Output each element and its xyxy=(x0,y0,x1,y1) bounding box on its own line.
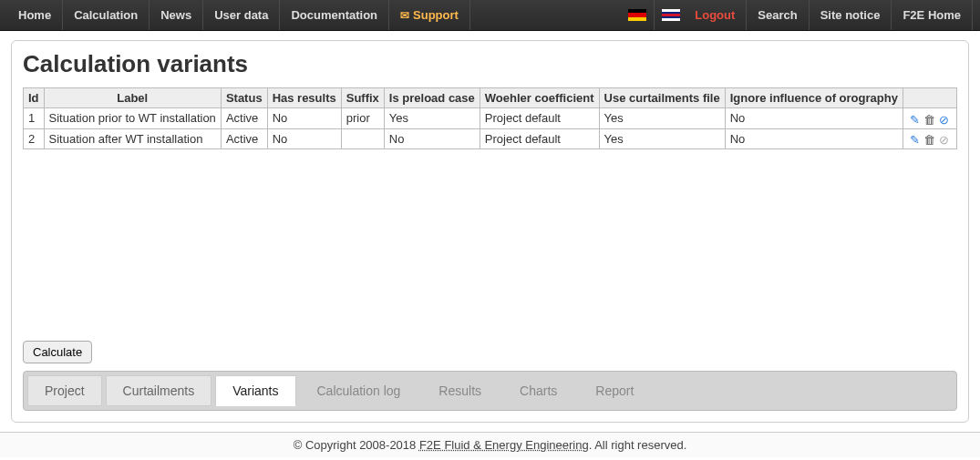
cell-label: Situation prior to WT installation xyxy=(44,108,221,129)
tab-project[interactable]: Project xyxy=(27,375,102,406)
cell-woehler: Project default xyxy=(480,128,599,149)
cell-id: 2 xyxy=(24,128,45,149)
cell-has_results: No xyxy=(267,128,341,149)
block-icon[interactable]: ⊘ xyxy=(938,133,951,146)
col-1: Label xyxy=(44,88,221,108)
cell-suffix: prior xyxy=(341,108,384,129)
cell-is_preload: Yes xyxy=(384,108,480,129)
edit-icon[interactable]: ✎ xyxy=(909,113,922,126)
row-actions: ✎🗑⊘ xyxy=(903,128,956,149)
trash-icon[interactable]: 🗑 xyxy=(923,113,936,126)
mail-icon: ✉ xyxy=(400,9,409,22)
nav-support-label: Support xyxy=(413,8,459,22)
tab-results[interactable]: Results xyxy=(421,375,499,406)
col-2: Status xyxy=(221,88,267,108)
row-actions: ✎🗑⊘ xyxy=(903,108,956,129)
col-6: Woehler coefficient xyxy=(480,88,599,108)
footer-prefix: © Copyright 2008-2018 xyxy=(294,438,419,452)
main-panel: Calculation variants IdLabelStatusHas re… xyxy=(11,40,969,423)
tab-variants[interactable]: Variants xyxy=(215,375,295,406)
flag-de-icon[interactable] xyxy=(628,9,646,21)
nav-calculation[interactable]: Calculation xyxy=(63,0,150,30)
col-5: Is preload case xyxy=(384,88,480,108)
col-9 xyxy=(903,88,956,108)
cell-has_results: No xyxy=(267,108,341,129)
cell-status: Active xyxy=(221,108,267,129)
nav-search[interactable]: Search xyxy=(747,0,809,30)
calculate-button[interactable]: Calculate xyxy=(23,341,92,363)
edit-icon[interactable]: ✎ xyxy=(909,133,922,146)
nav-spacer xyxy=(470,0,624,30)
nav-documentation[interactable]: Documentation xyxy=(280,0,389,30)
cell-suffix xyxy=(341,128,384,149)
nav-support[interactable]: ✉Support xyxy=(389,0,470,30)
cell-woehler: Project default xyxy=(480,108,599,129)
cell-curt: Yes xyxy=(599,108,725,129)
table-row: 1Situation prior to WT installationActiv… xyxy=(24,108,957,129)
nav-logout[interactable]: Logout xyxy=(684,0,747,30)
col-3: Has results xyxy=(267,88,341,108)
nav-f2ehome[interactable]: F2E Home xyxy=(892,0,973,30)
flag-en-icon[interactable] xyxy=(662,9,680,21)
cell-id: 1 xyxy=(24,108,45,129)
block-icon[interactable]: ⊘ xyxy=(938,113,951,126)
tabs-bar: ProjectCurtailmentsVariantsCalculation l… xyxy=(23,371,957,411)
trash-icon[interactable]: 🗑 xyxy=(923,133,936,146)
cell-status: Active xyxy=(221,128,267,149)
col-0: Id xyxy=(24,88,45,108)
footer-suffix: . All right reserved. xyxy=(589,438,687,452)
tab-charts[interactable]: Charts xyxy=(502,375,574,406)
tab-curtailments[interactable]: Curtailments xyxy=(106,375,212,406)
nav-sitenotice[interactable]: Site notice xyxy=(810,0,892,30)
nav-news[interactable]: News xyxy=(150,0,203,30)
variants-table: IdLabelStatusHas resultsSuffixIs preload… xyxy=(23,87,957,149)
col-4: Suffix xyxy=(341,88,384,108)
cell-curt: Yes xyxy=(599,128,725,149)
col-8: Ignore influence of orography xyxy=(725,88,903,108)
cell-orography: No xyxy=(725,108,903,129)
nav-userdata[interactable]: User data xyxy=(203,0,280,30)
table-row: 2Situation after WT installationActiveNo… xyxy=(24,128,957,149)
tab-calculation-log[interactable]: Calculation log xyxy=(300,375,418,406)
col-7: Use curtailments file xyxy=(599,88,725,108)
top-nav: Home Calculation News User data Document… xyxy=(0,0,980,31)
footer-company[interactable]: F2E Fluid & Energy Engineering xyxy=(419,438,589,452)
page-title: Calculation variants xyxy=(23,50,957,78)
tab-report[interactable]: Report xyxy=(578,375,651,406)
cell-orography: No xyxy=(725,128,903,149)
nav-home[interactable]: Home xyxy=(7,0,63,30)
cell-label: Situation after WT installation xyxy=(44,128,221,149)
footer: © Copyright 2008-2018 F2E Fluid & Energy… xyxy=(0,432,980,457)
cell-is_preload: No xyxy=(384,128,480,149)
